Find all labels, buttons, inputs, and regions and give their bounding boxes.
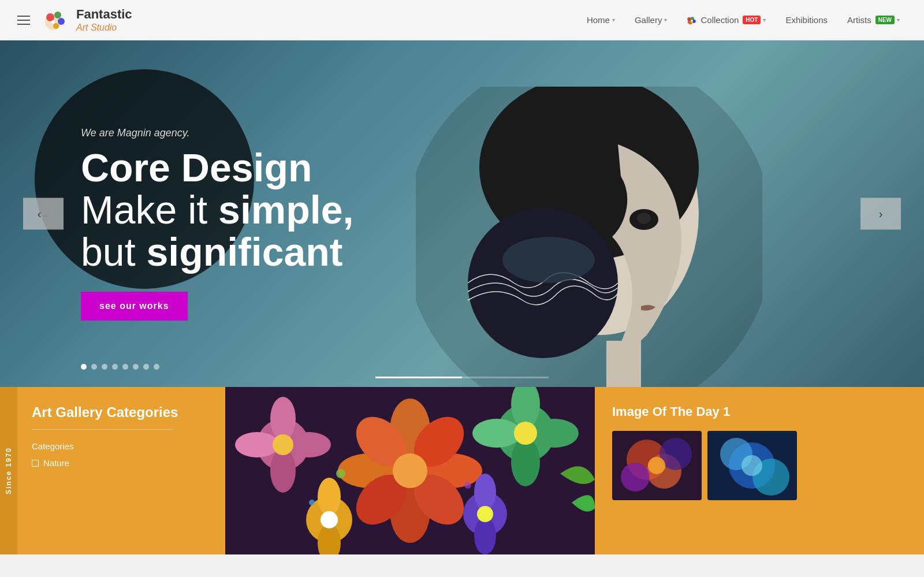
- categories-label: Categories: [32, 441, 208, 451]
- new-badge: NEW: [875, 16, 895, 24]
- svg-point-48: [474, 474, 496, 511]
- chevron-down-icon: ▾: [612, 17, 615, 23]
- svg-point-2: [54, 12, 61, 18]
- svg-point-49: [474, 518, 496, 554]
- hot-badge: HOT: [743, 16, 761, 24]
- svg-point-4: [53, 23, 59, 29]
- svg-point-50: [477, 506, 493, 522]
- right-panel: Image Of The Day 1: [595, 387, 918, 554]
- chevron-down-icon: ▾: [763, 17, 766, 23]
- svg-point-52: [464, 482, 471, 489]
- nav-home[interactable]: Home ▾: [580, 10, 622, 29]
- nav-artists[interactable]: Artists NEW ▾: [840, 10, 907, 29]
- svg-point-11: [691, 20, 694, 22]
- thumbnail-2-image: [707, 431, 797, 500]
- svg-point-36: [273, 434, 293, 455]
- flower-art-image: [225, 387, 595, 554]
- hero-dot-3[interactable]: [102, 364, 107, 370]
- nav-collection[interactable]: Collection HOT ▾: [680, 10, 773, 30]
- collection-icon: [687, 15, 697, 25]
- svg-point-39: [511, 438, 540, 486]
- svg-point-46: [321, 511, 338, 528]
- center-image-panel: [225, 387, 595, 554]
- hero-dot-7[interactable]: [143, 364, 149, 370]
- chevron-down-icon: ▾: [897, 17, 900, 23]
- art-gallery-panel: Art Gallery Categories Categories Nature: [17, 387, 225, 554]
- thumbnail-2[interactable]: [707, 431, 797, 500]
- logo-icon: [42, 6, 70, 35]
- hero-dot-2[interactable]: [91, 364, 97, 370]
- image-thumbnails: [612, 431, 901, 500]
- svg-point-19: [502, 237, 595, 283]
- hero-dot-8[interactable]: [154, 364, 159, 370]
- nav-exhibitions[interactable]: Exhibitions: [778, 10, 834, 29]
- hero-subtitle: We are Magnin agency.: [81, 127, 353, 139]
- hero-title-line1: Core Design: [81, 148, 353, 187]
- logo-brand: Fantastic: [76, 7, 132, 22]
- nav-gallery[interactable]: Gallery ▾: [628, 10, 675, 29]
- hero-pagination-dots: [81, 364, 159, 370]
- hero-title-line2: Make it simple,: [81, 190, 353, 229]
- svg-point-59: [648, 457, 665, 474]
- art-gallery-title: Art Gallery Categories: [32, 404, 208, 420]
- hero-progress-bar: [375, 377, 549, 378]
- chevron-left-icon: ‹: [38, 207, 42, 221]
- hero-next-button[interactable]: ›: [860, 198, 901, 230]
- svg-point-44: [318, 478, 341, 516]
- hero-title-line3: but significant: [81, 232, 353, 271]
- svg-point-30: [393, 453, 427, 488]
- svg-point-3: [58, 18, 65, 25]
- list-item: Nature: [32, 458, 208, 468]
- hero-dot-1[interactable]: [81, 364, 87, 370]
- hero-dot-6[interactable]: [133, 364, 139, 370]
- svg-point-16: [637, 213, 651, 224]
- main-nav: Home ▾ Gallery ▾ Collection HOT ▾ Exhibi…: [580, 10, 907, 30]
- svg-point-64: [742, 455, 762, 476]
- svg-point-41: [530, 419, 579, 448]
- svg-point-7: [688, 17, 691, 21]
- logo-subtitle: Art Studio: [76, 22, 132, 33]
- svg-point-51: [336, 469, 345, 478]
- header: Fantastic Art Studio Home ▾ Gallery ▾ Co…: [0, 0, 924, 40]
- chevron-down-icon: ▾: [664, 17, 667, 23]
- hero-face-art: [416, 87, 762, 387]
- svg-point-5: [51, 20, 55, 24]
- svg-point-33: [270, 449, 296, 493]
- chevron-right-icon: ›: [879, 207, 883, 221]
- since-label: Since 1970: [0, 387, 17, 554]
- svg-point-1: [46, 13, 54, 21]
- hero-progress-fill: [375, 377, 462, 378]
- thumbnail-1[interactable]: [612, 431, 702, 500]
- see-works-button[interactable]: see our works: [81, 292, 188, 321]
- hero-dot-5[interactable]: [122, 364, 128, 370]
- hero-prev-button[interactable]: ‹ ...: [23, 198, 64, 230]
- hero-content: We are Magnin agency. Core Design Make i…: [81, 127, 353, 321]
- svg-rect-17: [606, 341, 641, 387]
- hero-section: We are Magnin agency. Core Design Make i…: [0, 40, 924, 387]
- svg-point-40: [472, 419, 521, 448]
- logo-text: Fantastic Art Studio: [76, 7, 132, 33]
- hamburger-menu[interactable]: [17, 16, 30, 25]
- svg-point-35: [287, 432, 331, 457]
- hero-dot-4[interactable]: [112, 364, 118, 370]
- thumbnail-1-image: [612, 431, 702, 500]
- image-of-day-title: Image Of The Day 1: [612, 404, 901, 419]
- bottom-section: Since 1970 Art Gallery Categories Catego…: [0, 387, 924, 554]
- svg-point-34: [235, 432, 279, 457]
- svg-point-42: [514, 422, 537, 445]
- svg-point-32: [270, 397, 296, 441]
- category-checkbox[interactable]: [32, 460, 39, 467]
- art-gallery-divider: [32, 429, 173, 430]
- svg-point-57: [621, 463, 650, 492]
- header-left: Fantastic Art Studio: [17, 6, 132, 35]
- category-name: Nature: [43, 458, 69, 468]
- flower-svg: [225, 387, 595, 554]
- logo[interactable]: Fantastic Art Studio: [42, 6, 132, 35]
- svg-point-53: [309, 500, 315, 505]
